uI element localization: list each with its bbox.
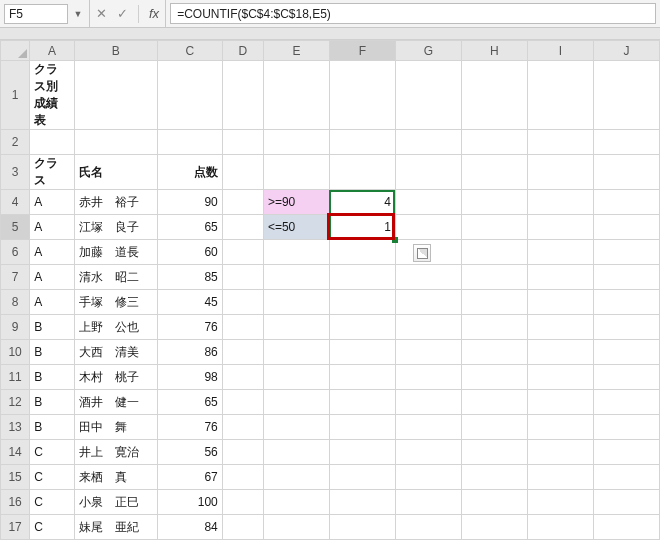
cell-E15[interactable] [263, 465, 329, 490]
cell-D7[interactable] [222, 265, 263, 290]
cell-I8[interactable] [527, 290, 593, 315]
cell-B9[interactable]: 上野 公也 [74, 315, 157, 340]
cell-D1[interactable] [222, 61, 263, 130]
cell-J9[interactable] [593, 315, 659, 340]
row-header-15[interactable]: 15 [1, 465, 30, 490]
cell-B7[interactable]: 清水 昭二 [74, 265, 157, 290]
cell-G12[interactable] [395, 390, 461, 415]
cell-G3[interactable] [395, 155, 461, 190]
cell-C1[interactable] [157, 61, 222, 130]
cell-C6[interactable]: 60 [157, 240, 222, 265]
cell-E13[interactable] [263, 415, 329, 440]
spreadsheet-grid[interactable]: ABCDEFGHIJ 1クラス別成績表23クラス氏名点数4A赤井 裕子90>=9… [0, 40, 660, 540]
row-header-8[interactable]: 8 [1, 290, 30, 315]
cell-E14[interactable] [263, 440, 329, 465]
cell-D12[interactable] [222, 390, 263, 415]
cell-D10[interactable] [222, 340, 263, 365]
cell-B10[interactable]: 大西 清美 [74, 340, 157, 365]
cell-I5[interactable] [527, 215, 593, 240]
cell-E8[interactable] [263, 290, 329, 315]
cell-G7[interactable] [395, 265, 461, 290]
row-header-4[interactable]: 4 [1, 190, 30, 215]
cell-J8[interactable] [593, 290, 659, 315]
cell-H7[interactable] [461, 265, 527, 290]
cell-F6[interactable] [329, 240, 395, 265]
cell-D16[interactable] [222, 490, 263, 515]
cell-B12[interactable]: 酒井 健一 [74, 390, 157, 415]
cell-C13[interactable]: 76 [157, 415, 222, 440]
col-header-I[interactable]: I [527, 41, 593, 61]
cell-C3[interactable]: 点数 [157, 155, 222, 190]
row-header-9[interactable]: 9 [1, 315, 30, 340]
cell-H4[interactable] [461, 190, 527, 215]
cell-C5[interactable]: 65 [157, 215, 222, 240]
cell-H8[interactable] [461, 290, 527, 315]
cell-F15[interactable] [329, 465, 395, 490]
cell-C16[interactable]: 100 [157, 490, 222, 515]
cell-A7[interactable]: A [30, 265, 74, 290]
cell-F17[interactable] [329, 515, 395, 540]
cell-H6[interactable] [461, 240, 527, 265]
cell-B4[interactable]: 赤井 裕子 [74, 190, 157, 215]
cell-J17[interactable] [593, 515, 659, 540]
cell-J11[interactable] [593, 365, 659, 390]
cell-D3[interactable] [222, 155, 263, 190]
cell-A12[interactable]: B [30, 390, 74, 415]
cell-J10[interactable] [593, 340, 659, 365]
row-header-16[interactable]: 16 [1, 490, 30, 515]
cell-H10[interactable] [461, 340, 527, 365]
confirm-icon[interactable]: ✓ [117, 6, 128, 21]
col-header-G[interactable]: G [395, 41, 461, 61]
cell-A15[interactable]: C [30, 465, 74, 490]
cell-J13[interactable] [593, 415, 659, 440]
cell-D4[interactable] [222, 190, 263, 215]
cell-A10[interactable]: B [30, 340, 74, 365]
cell-D14[interactable] [222, 440, 263, 465]
row-header-6[interactable]: 6 [1, 240, 30, 265]
cell-A5[interactable]: A [30, 215, 74, 240]
cell-H11[interactable] [461, 365, 527, 390]
cell-I10[interactable] [527, 340, 593, 365]
col-header-C[interactable]: C [157, 41, 222, 61]
cell-F10[interactable] [329, 340, 395, 365]
cell-I7[interactable] [527, 265, 593, 290]
cell-C9[interactable]: 76 [157, 315, 222, 340]
cell-G13[interactable] [395, 415, 461, 440]
cell-C10[interactable]: 86 [157, 340, 222, 365]
col-header-D[interactable]: D [222, 41, 263, 61]
cell-B6[interactable]: 加藤 道長 [74, 240, 157, 265]
cell-F4[interactable]: 4 [329, 190, 395, 215]
row-header-12[interactable]: 12 [1, 390, 30, 415]
cell-F9[interactable] [329, 315, 395, 340]
cell-C15[interactable]: 67 [157, 465, 222, 490]
col-header-J[interactable]: J [593, 41, 659, 61]
cell-B16[interactable]: 小泉 正巳 [74, 490, 157, 515]
cell-A1[interactable]: クラス別成績表 [30, 61, 74, 130]
cell-G1[interactable] [395, 61, 461, 130]
col-header-F[interactable]: F [329, 41, 395, 61]
cell-G15[interactable] [395, 465, 461, 490]
cell-I15[interactable] [527, 465, 593, 490]
cell-G9[interactable] [395, 315, 461, 340]
cell-B11[interactable]: 木村 桃子 [74, 365, 157, 390]
cell-A16[interactable]: C [30, 490, 74, 515]
cell-F5[interactable]: 1 [329, 215, 395, 240]
cell-C2[interactable] [157, 130, 222, 155]
cell-B13[interactable]: 田中 舞 [74, 415, 157, 440]
cell-F14[interactable] [329, 440, 395, 465]
col-header-E[interactable]: E [263, 41, 329, 61]
cell-G5[interactable] [395, 215, 461, 240]
row-header-2[interactable]: 2 [1, 130, 30, 155]
row-header-1[interactable]: 1 [1, 61, 30, 130]
row-header-7[interactable]: 7 [1, 265, 30, 290]
cell-C12[interactable]: 65 [157, 390, 222, 415]
cell-J12[interactable] [593, 390, 659, 415]
cell-H13[interactable] [461, 415, 527, 440]
cell-H5[interactable] [461, 215, 527, 240]
cell-J4[interactable] [593, 190, 659, 215]
cell-G8[interactable] [395, 290, 461, 315]
cell-E1[interactable] [263, 61, 329, 130]
cell-D9[interactable] [222, 315, 263, 340]
cell-J1[interactable] [593, 61, 659, 130]
cell-H16[interactable] [461, 490, 527, 515]
